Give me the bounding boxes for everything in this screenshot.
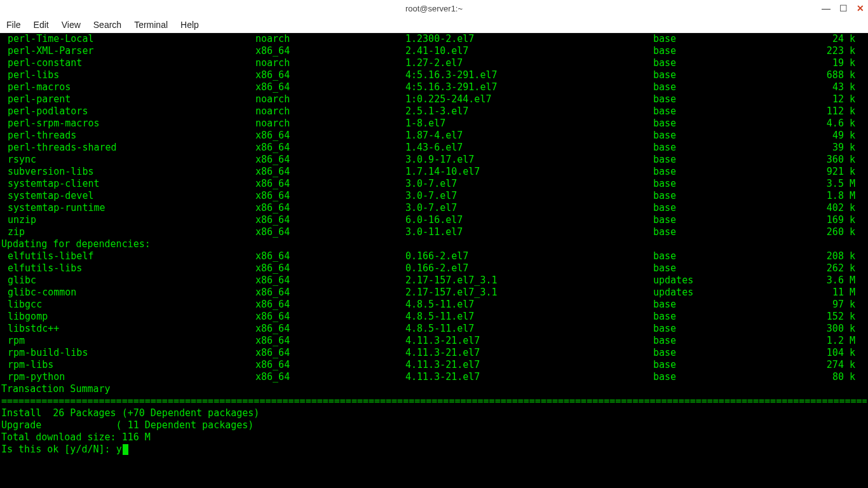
pkg-size: 300 k: [799, 323, 867, 335]
terminal-output[interactable]: perl-Time-Localnoarch1.2300-2.el7base24 …: [0, 33, 868, 488]
pkg-repo: base: [653, 130, 799, 142]
package-row: perl-Time-Localnoarch1.2300-2.el7base24 …: [1, 33, 867, 45]
pkg-arch: x86_64: [255, 287, 405, 299]
maximize-icon[interactable]: ☐: [839, 3, 848, 13]
divider-line: ========================================…: [1, 395, 867, 407]
package-row: rpm-libsx86_644.11.3-21.el7base274 k: [1, 359, 867, 371]
minimize-icon[interactable]: —: [822, 3, 831, 13]
pkg-version: 3.0-7.el7: [405, 202, 653, 214]
pkg-name: rpm-libs: [1, 359, 255, 371]
pkg-size: 3.6 M: [799, 274, 867, 287]
pkg-size: 223 k: [799, 45, 867, 57]
menu-file[interactable]: File: [6, 20, 21, 30]
pkg-name: perl-Time-Local: [1, 33, 255, 45]
pkg-repo: base: [653, 226, 799, 238]
close-icon[interactable]: ✕: [857, 3, 864, 13]
pkg-arch: x86_64: [255, 81, 405, 93]
prompt-input[interactable]: y: [116, 444, 122, 455]
pkg-repo: base: [653, 69, 799, 81]
pkg-arch: x86_64: [255, 347, 405, 359]
package-row: rpmx86_644.11.3-21.el7base1.2 M: [1, 335, 867, 347]
pkg-repo: base: [653, 359, 799, 371]
pkg-size: 4.6 k: [799, 118, 867, 130]
pkg-version: 0.166-2.el7: [405, 250, 653, 262]
pkg-size: 43 k: [799, 81, 867, 93]
pkg-arch: x86_64: [255, 154, 405, 166]
menu-edit[interactable]: Edit: [34, 20, 49, 30]
pkg-size: 1.8 M: [799, 190, 867, 202]
package-row: glibc-commonx86_642.17-157.el7_3.1update…: [1, 287, 867, 299]
package-row: perl-parentnoarch1:0.225-244.el7base12 k: [1, 93, 867, 105]
pkg-version: 1.2300-2.el7: [405, 33, 653, 45]
pkg-arch: x86_64: [255, 274, 405, 287]
pkg-repo: base: [653, 93, 799, 105]
pkg-size: 49 k: [799, 130, 867, 142]
package-row: perl-constantnoarch1.27-2.el7base19 k: [1, 57, 867, 69]
menu-terminal[interactable]: Terminal: [134, 20, 168, 30]
pkg-size: 11 M: [799, 287, 867, 299]
package-row: rpm-build-libsx86_644.11.3-21.el7base104…: [1, 347, 867, 359]
window-title: root@server1:~: [405, 4, 463, 13]
pkg-repo: base: [653, 57, 799, 69]
pkg-name: perl-threads: [1, 130, 255, 142]
summary-upgrade: Upgrade ( 11 Dependent packages): [1, 419, 867, 431]
pkg-version: 4.8.5-11.el7: [405, 311, 653, 323]
pkg-name: glibc: [1, 274, 255, 287]
pkg-name: elfutils-libelf: [1, 250, 255, 262]
package-row: elfutils-libsx86_640.166-2.el7base262 k: [1, 262, 867, 274]
pkg-size: 169 k: [799, 214, 867, 226]
pkg-repo: base: [653, 311, 799, 323]
pkg-size: 39 k: [799, 142, 867, 154]
package-row: elfutils-libelfx86_640.166-2.el7base208 …: [1, 250, 867, 262]
prompt-text: Is this ok [y/d/N]:: [1, 444, 116, 455]
pkg-name: rpm: [1, 335, 255, 347]
pkg-name: perl-parent: [1, 93, 255, 105]
pkg-arch: x86_64: [255, 371, 405, 383]
package-row: systemtap-runtimex86_643.0-7.el7base402 …: [1, 202, 867, 214]
pkg-arch: x86_64: [255, 323, 405, 335]
window-titlebar: root@server1:~ — ☐ ✕: [0, 0, 868, 17]
pkg-size: 152 k: [799, 311, 867, 323]
pkg-size: 97 k: [799, 299, 867, 311]
pkg-version: 4.11.3-21.el7: [405, 371, 653, 383]
transaction-summary-title: Transaction Summary: [1, 383, 867, 395]
pkg-size: 208 k: [799, 250, 867, 262]
pkg-version: 1-8.el7: [405, 118, 653, 130]
package-row: unzipx86_646.0-16.el7base169 k: [1, 214, 867, 226]
pkg-repo: updates: [653, 274, 799, 287]
package-row: rpm-pythonx86_644.11.3-21.el7base80 k: [1, 371, 867, 383]
pkg-version: 1.43-6.el7: [405, 142, 653, 154]
pkg-version: 2.5.1-3.el7: [405, 105, 653, 118]
menu-help[interactable]: Help: [180, 20, 199, 30]
pkg-version: 4:5.16.3-291.el7: [405, 81, 653, 93]
menu-view[interactable]: View: [62, 20, 81, 30]
pkg-size: 260 k: [799, 226, 867, 238]
pkg-arch: x86_64: [255, 214, 405, 226]
pkg-arch: x86_64: [255, 335, 405, 347]
pkg-version: 1.7.14-10.el7: [405, 166, 653, 178]
pkg-size: 3.5 M: [799, 178, 867, 190]
pkg-arch: x86_64: [255, 359, 405, 371]
package-row: systemtap-develx86_643.0-7.el7base1.8 M: [1, 190, 867, 202]
pkg-size: 360 k: [799, 154, 867, 166]
menu-search[interactable]: Search: [93, 20, 121, 30]
pkg-repo: base: [653, 33, 799, 45]
section-header-update: Updating for dependencies:: [1, 238, 867, 250]
confirm-prompt[interactable]: Is this ok [y/d/N]: y: [1, 444, 867, 456]
package-row: perl-srpm-macrosnoarch1-8.el7base4.6 k: [1, 118, 867, 130]
pkg-version: 3.0-7.el7: [405, 190, 653, 202]
package-row: perl-libsx86_644:5.16.3-291.el7base688 k: [1, 69, 867, 81]
pkg-name: zip: [1, 226, 255, 238]
pkg-version: 4.11.3-21.el7: [405, 347, 653, 359]
pkg-name: unzip: [1, 214, 255, 226]
pkg-arch: noarch: [255, 57, 405, 69]
package-row: zipx86_643.0-11.el7base260 k: [1, 226, 867, 238]
pkg-name: perl-XML-Parser: [1, 45, 255, 57]
pkg-arch: x86_64: [255, 262, 405, 274]
package-row: libgccx86_644.8.5-11.el7base97 k: [1, 299, 867, 311]
pkg-name: systemtap-runtime: [1, 202, 255, 214]
pkg-version: 6.0-16.el7: [405, 214, 653, 226]
pkg-repo: base: [653, 371, 799, 383]
package-row: perl-threadsx86_641.87-4.el7base49 k: [1, 130, 867, 142]
pkg-repo: base: [653, 166, 799, 178]
